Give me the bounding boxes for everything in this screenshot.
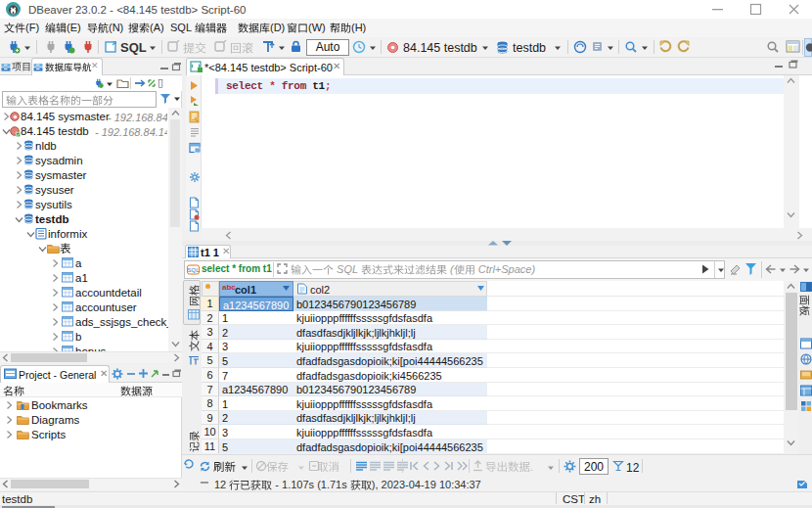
svg-text:SQL: SQL [187, 267, 200, 273]
